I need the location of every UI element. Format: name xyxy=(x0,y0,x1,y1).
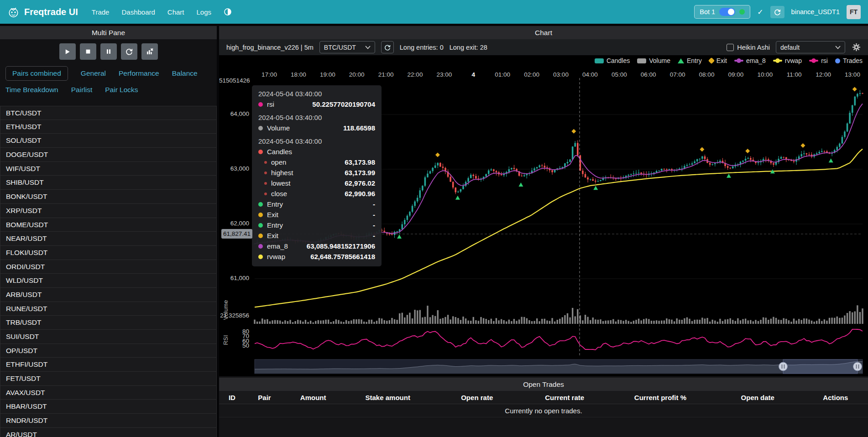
plot-config-value: default xyxy=(780,44,800,51)
volume-bar xyxy=(862,308,863,324)
volume-bar xyxy=(788,320,790,324)
reload-button[interactable] xyxy=(121,43,137,60)
clear-chart-button[interactable] xyxy=(141,43,158,60)
volume-bar xyxy=(419,310,421,324)
volume-bar xyxy=(557,320,558,324)
pair-row-xrp-usdt[interactable]: XRP/USDT xyxy=(0,204,217,218)
volume-bar xyxy=(297,320,298,324)
pair-row-fet-usdt[interactable]: FET/USDT xyxy=(0,372,217,386)
volume-bar xyxy=(567,313,568,324)
volume-bar xyxy=(816,321,817,324)
pair-row-floki-usdt[interactable]: FLOKI/USDT xyxy=(0,246,217,260)
pair-row-sol-usdt[interactable]: SOL/USDT xyxy=(0,134,217,148)
legend-item-candles[interactable]: Candles xyxy=(595,57,630,64)
tab-balance[interactable]: Balance xyxy=(172,67,198,80)
pair-row-bonk-usdt[interactable]: BONK/USDT xyxy=(0,190,217,204)
nav-item-trade[interactable]: Trade xyxy=(92,8,110,16)
nav-item-logs[interactable]: Logs xyxy=(197,8,212,16)
plot-config-select[interactable]: default xyxy=(776,41,845,53)
legend-item-rvwap[interactable]: rvwap xyxy=(773,57,802,64)
trades-col-actions: Actions xyxy=(803,394,868,401)
pause-button[interactable] xyxy=(100,43,117,60)
pair-row-ar-usdt[interactable]: AR/USDT xyxy=(0,428,217,437)
brand-title: Freqtrade UI xyxy=(24,7,78,17)
volume-bar xyxy=(727,319,728,324)
volume-bar xyxy=(859,312,861,324)
series-dot xyxy=(258,150,263,154)
pair-row-bome-usdt[interactable]: BOME/USDT xyxy=(0,218,217,232)
check-icon[interactable]: ✓ xyxy=(757,8,763,16)
tab-general[interactable]: General xyxy=(81,67,106,80)
open-trades-header: Open Trades xyxy=(219,378,868,391)
volume-bar xyxy=(612,319,614,324)
datazoom-handle-left[interactable] xyxy=(779,362,788,371)
chart-canvas[interactable]: CandlesVolumeEntryExitema_8rvwaprsiTrade… xyxy=(219,55,868,376)
volume-bar xyxy=(361,319,362,324)
legend-item-rsi[interactable]: rsi xyxy=(809,57,828,64)
navbar-refresh-button[interactable] xyxy=(770,6,784,18)
tab-time-breakdown[interactable]: Time Breakdown xyxy=(5,83,58,96)
nav-item-dashboard[interactable]: Dashboard xyxy=(121,8,155,16)
volume-bar xyxy=(455,317,456,324)
legend-item-trades[interactable]: Trades xyxy=(835,57,863,64)
pair-row-sui-usdt[interactable]: SUI/USDT xyxy=(0,330,217,344)
tab-pairlist[interactable]: Pairlist xyxy=(71,83,93,96)
volume-bar xyxy=(427,306,428,324)
x-axis-label: 18:00 xyxy=(291,71,306,78)
volume-bar xyxy=(343,322,344,324)
tab-pair-locks[interactable]: Pair Locks xyxy=(105,83,138,96)
datazoom-handle-right[interactable] xyxy=(853,362,862,371)
legend-item-exit[interactable]: Exit xyxy=(709,57,727,64)
volume-bar xyxy=(325,320,326,324)
legend-item-volume[interactable]: Volume xyxy=(637,57,670,64)
pair-row-rune-usdt[interactable]: RUNE/USDT xyxy=(0,302,217,316)
volume-bar xyxy=(422,317,423,324)
nav-item-chart[interactable]: Chart xyxy=(167,8,184,16)
chart-playback-controls xyxy=(0,43,217,60)
datazoom-selection[interactable] xyxy=(783,359,858,374)
pair-row-wif-usdt[interactable]: WIF/USDT xyxy=(0,162,217,176)
pair-row-ordi-usdt[interactable]: ORDI/USDT xyxy=(0,260,217,274)
legend-item-ema-8[interactable]: ema_8 xyxy=(734,57,766,64)
legend-label: Exit xyxy=(716,57,727,64)
pair-row-eth-usdt[interactable]: ETH/USDT xyxy=(0,120,217,134)
chart-settings-button[interactable] xyxy=(852,43,861,52)
entry-triangle-icon xyxy=(678,58,684,63)
pair-select[interactable]: BTC/USDT xyxy=(319,41,375,53)
volume-bar xyxy=(760,320,761,324)
pair-row-trb-usdt[interactable]: TRB/USDT xyxy=(0,316,217,330)
entry-marker xyxy=(518,182,523,187)
tab-performance[interactable]: Performance xyxy=(119,67,159,80)
pair-row-hbar-usdt[interactable]: HBAR/USDT xyxy=(0,400,217,414)
pair-row-rndr-usdt[interactable]: RNDR/USDT xyxy=(0,414,217,428)
pair-row-btc-usdt[interactable]: BTC/USDT xyxy=(0,106,217,120)
heikin-ashi-checkbox[interactable] xyxy=(727,44,734,51)
pair-row-shib-usdt[interactable]: SHIB/USDT xyxy=(0,176,217,190)
brand[interactable]: Freqtrade UI xyxy=(7,6,78,18)
tooltip-row-open: open63,173.98 xyxy=(258,157,375,167)
stop-button[interactable] xyxy=(80,43,96,60)
x-axis-label: 13:00 xyxy=(845,71,860,78)
tooltip-row-entry: Entry- xyxy=(258,199,375,209)
pair-row-doge-usdt[interactable]: DOGE/USDT xyxy=(0,148,217,162)
avatar[interactable]: FT xyxy=(847,5,861,19)
pair-row-arb-usdt[interactable]: ARB/USDT xyxy=(0,288,217,302)
pair-row-wld-usdt[interactable]: WLD/USDT xyxy=(0,274,217,288)
tab-pairs-combined[interactable]: Pairs combined xyxy=(5,66,68,81)
pair-row-op-usdt[interactable]: OP/USDT xyxy=(0,344,217,358)
legend-item-entry[interactable]: Entry xyxy=(678,57,702,64)
pair-row-avax-usdt[interactable]: AVAX/USDT xyxy=(0,386,217,400)
pair-row-near-usdt[interactable]: NEAR/USDT xyxy=(0,232,217,246)
theme-toggle-icon[interactable] xyxy=(224,8,232,16)
volume-bar xyxy=(485,319,486,324)
play-button[interactable] xyxy=(59,43,76,60)
tooltip-value: 50.22577020190704 xyxy=(312,100,375,108)
pair-row-ethfi-usdt[interactable]: ETHFI/USDT xyxy=(0,358,217,372)
chart-refresh-button[interactable] xyxy=(381,41,394,53)
bot-toggle[interactable] xyxy=(719,8,735,16)
volume-bar xyxy=(373,322,375,324)
bot-selector[interactable]: Bot 1 xyxy=(694,5,750,19)
volume-bar xyxy=(768,320,769,324)
volume-bar xyxy=(605,321,606,324)
volume-bar xyxy=(444,317,446,324)
